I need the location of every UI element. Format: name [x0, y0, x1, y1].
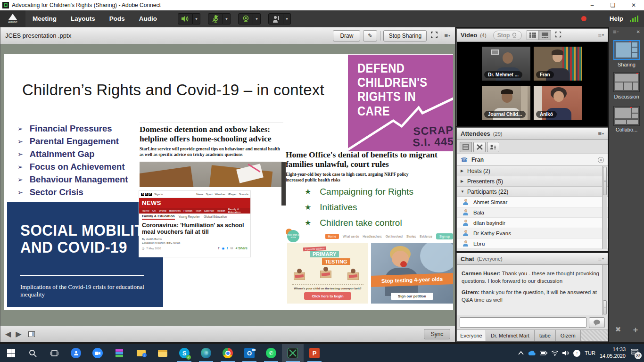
task-view-button[interactable] [43, 344, 65, 362]
raise-hand-button[interactable] [268, 13, 283, 25]
filmstrip-view-button[interactable] [539, 30, 551, 40]
taskbar-powerpoint-icon[interactable]: P [304, 344, 325, 362]
group-participants[interactable]: ▼Participants (22) [457, 187, 608, 197]
draw-button[interactable]: Draw [333, 30, 360, 41]
bbc-tab[interactable]: Young Reporter [179, 215, 200, 218]
taskbar-outlook-icon[interactable]: O [239, 344, 260, 362]
layout-thumb-collaboration[interactable] [613, 106, 640, 126]
messenger-icon[interactable]: ◉ [222, 247, 224, 250]
bbc-subnav-item[interactable]: World [159, 209, 166, 212]
sign-petition-button[interactable]: Sign our petition [391, 293, 433, 300]
taskbar-winrar-icon[interactable] [108, 344, 130, 362]
taskbar-clock[interactable]: 14:33 14.05.2020 [600, 346, 626, 360]
bbc-subnav-item[interactable]: Tech [195, 209, 201, 212]
taskbar-app-icon[interactable] [65, 344, 87, 362]
chat-tab[interactable]: Gizem [556, 330, 581, 341]
webcam-button[interactable] [238, 13, 253, 25]
connection-status-icon[interactable] [630, 16, 638, 22]
layout-thumb-sharing[interactable] [613, 40, 640, 60]
bbc-subnav-item[interactable]: Politics [183, 209, 192, 212]
menu-pods[interactable]: Pods [102, 15, 132, 22]
start-button[interactable] [0, 344, 22, 362]
group-presenters[interactable]: ▶Presenters (5) [457, 176, 608, 187]
mtas-signup-button[interactable]: Sign up [436, 233, 453, 239]
chat-tab-everyone[interactable]: Everyone [457, 330, 486, 341]
wifi-icon[interactable] [552, 351, 558, 356]
mtas-nav-home[interactable]: Home [325, 234, 339, 239]
battery-icon[interactable] [540, 351, 547, 355]
bbc-signin[interactable]: Sign in [154, 193, 163, 196]
video-tile[interactable]: Fran [534, 47, 582, 81]
twitter-icon[interactable]: t [227, 247, 228, 250]
click-to-begin-button[interactable]: Click here to begin [304, 292, 351, 300]
bbc-subnav-item[interactable]: Health [217, 209, 225, 212]
dismiss-speaker-icon[interactable]: ✕ [598, 157, 604, 163]
tray-chevron-up-icon[interactable] [518, 351, 524, 355]
microphone-muted-button[interactable] [208, 13, 223, 25]
mtas-nav-item[interactable]: Headteachers [363, 235, 381, 238]
volume-icon[interactable] [562, 350, 569, 356]
facebook-icon[interactable]: f [218, 247, 219, 250]
add-layout-icon[interactable]: + [633, 325, 638, 335]
taskbar-downloads-folder-icon[interactable]: ↓ [130, 344, 152, 362]
email-icon[interactable]: ✉ [231, 247, 233, 250]
next-slide-button[interactable]: ▶ [16, 329, 21, 338]
bbc-subnav-item[interactable]: Home [142, 209, 149, 212]
menu-meeting[interactable]: Meeting [25, 15, 64, 22]
mtas-nav-item[interactable]: Evidence [420, 235, 432, 238]
bbc-nav-item[interactable]: Sounds [239, 193, 248, 196]
bbc-tab[interactable]: Global Education [204, 215, 227, 218]
group-hosts[interactable]: ▶Hosts (2) [457, 166, 608, 176]
bbc-subnav-item[interactable]: Science [204, 209, 214, 212]
chat-tab[interactable]: taibe [535, 330, 556, 341]
taskbar-file-explorer-icon[interactable] [152, 344, 173, 362]
attendee-view-button[interactable] [487, 142, 499, 152]
taskbar-skype-icon[interactable]: S ✓ [173, 344, 195, 362]
chat-scrollbar[interactable]: ≡ [602, 265, 607, 315]
sync-button[interactable]: Sync [424, 329, 450, 339]
minimize-button[interactable]: – [582, 0, 603, 10]
bbc-subnav-item[interactable]: Family & Education [228, 208, 248, 214]
bbc-nav-item[interactable]: Weather [215, 193, 226, 196]
speaker-menu-caret[interactable]: ▾ [193, 13, 200, 25]
bbc-nav-item[interactable]: iPlayer [228, 193, 236, 196]
microphone-menu-caret[interactable]: ▾ [223, 13, 231, 25]
chat-tab[interactable]: Dr. Mehmet Mart [486, 330, 535, 341]
mtas-nav-item[interactable]: Get involved [386, 235, 403, 238]
cloud-sync-icon[interactable]: ↑ [573, 350, 580, 357]
share-link[interactable]: < Share [235, 247, 248, 250]
bbc-tab-active[interactable]: Family & Education [142, 214, 175, 220]
video-tile[interactable]: Journal Child... [482, 86, 530, 120]
pod-options-wrench-icon[interactable]: ✖ [615, 325, 621, 335]
bbc-nav-item[interactable]: Sport [206, 193, 212, 196]
chat-message-input[interactable] [460, 317, 586, 328]
taskbar-adobe-connect-icon[interactable] [282, 344, 304, 362]
breakout-room-view-button[interactable] [473, 142, 486, 152]
taskbar-zoom-icon[interactable] [87, 344, 108, 362]
previous-slide-button[interactable]: ◀ [5, 329, 11, 338]
attendees-pod-menu-button[interactable]: ≡▾ [598, 131, 604, 137]
bbc-subnav-item[interactable]: UK [152, 209, 156, 212]
menu-audio[interactable]: Audio [132, 15, 164, 22]
participant-row[interactable]: Ebru [457, 239, 608, 249]
language-indicator[interactable]: TUR [585, 350, 595, 356]
participant-row[interactable]: Dr Kathy Evans [457, 228, 608, 239]
scrollbar-thumb[interactable]: ≡ [603, 300, 607, 314]
webcam-menu-caret[interactable]: ▾ [253, 13, 261, 25]
stop-sharing-button[interactable]: Stop Sharing [383, 30, 427, 41]
pencil-tool-button[interactable]: ✎ [363, 30, 377, 41]
fullscreen-button[interactable] [430, 31, 438, 41]
participant-row[interactable]: Ahmet Simsar [457, 197, 608, 207]
mtas-nav-item[interactable]: Stories [406, 235, 416, 238]
raise-hand-menu-caret[interactable]: ▾ [283, 13, 291, 25]
chat-pod-menu-button[interactable]: ≡▾ [598, 256, 604, 262]
video-tile[interactable]: Anikó [534, 86, 582, 120]
restore-button[interactable]: ❏ [603, 0, 623, 10]
search-button[interactable] [22, 344, 43, 362]
sidebar-panel-icon[interactable] [28, 331, 35, 337]
stop-webcam-button[interactable]: Stop [493, 31, 522, 40]
video-fullscreen-button[interactable] [555, 31, 561, 40]
attendee-status-view-button[interactable] [460, 142, 472, 152]
help-menu[interactable]: Help [610, 15, 623, 22]
grid-view-button[interactable] [527, 30, 539, 40]
